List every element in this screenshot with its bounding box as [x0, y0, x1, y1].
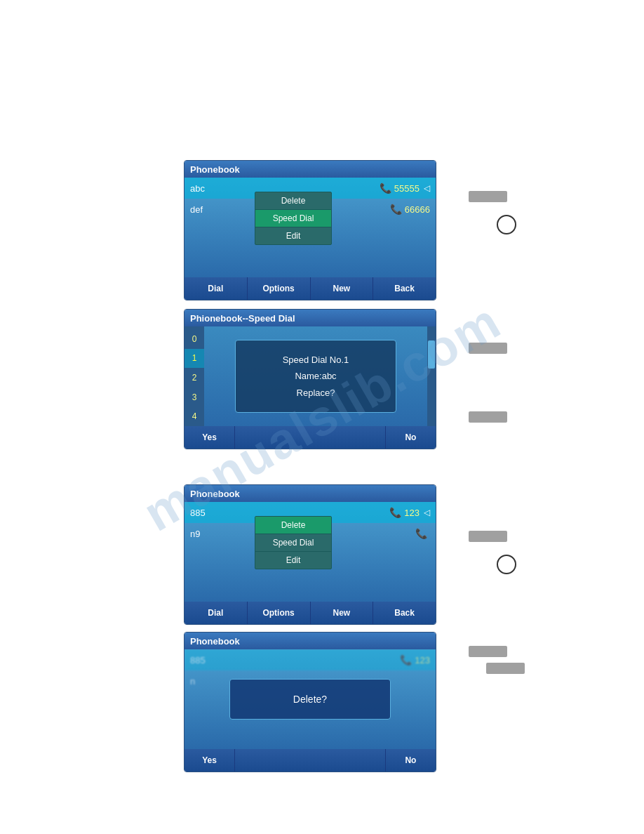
screen4-footer-yes[interactable]: Yes [185, 749, 235, 772]
speeddial-scrollbar-thumb [428, 340, 435, 369]
screen3-title: Phonebook [190, 489, 240, 499]
screen3-footer-new[interactable]: New [311, 602, 374, 624]
screen2-footer-no[interactable]: No [386, 426, 436, 449]
speeddial-line3: Replace? [250, 385, 382, 401]
side-bar-2 [469, 343, 507, 354]
screen3-footer-back[interactable]: Back [373, 602, 436, 624]
side-circle-1 [497, 215, 516, 234]
screen3-menu-edit[interactable]: Edit [255, 552, 331, 569]
speeddial-num-4[interactable]: 4 [185, 406, 204, 426]
screen4-phone-icon-1: 📞 [400, 654, 412, 666]
speeddial-line1: Speed Dial No.1 [250, 352, 382, 368]
screen3-title-bar: Phonebook [185, 485, 436, 502]
screen4-delete-confirm: Phonebook 885 📞 123 n Delete? Yes No [184, 632, 436, 772]
screen4-body: 885 📞 123 n Delete? [185, 649, 436, 749]
screen2-title-bar: Phionebook--Speed Dial [185, 310, 436, 326]
screen3-footer-dial[interactable]: Dial [185, 602, 248, 624]
screen1-contact-number-2: 66666 [405, 204, 430, 215]
screen4-delete-text: Delete? [293, 694, 327, 705]
screen4-contact-name-1: 885 [190, 655, 400, 666]
screen3-menu-speeddial[interactable]: Speed Dial [255, 534, 331, 552]
screen1-phonebook: Phonebook abc 📞 55555 ◁ def 📞 66666 Dele… [184, 160, 436, 300]
speeddial-scrollbar[interactable] [427, 326, 436, 426]
phone-icon-2: 📞 [390, 204, 402, 215]
screen4-contact-number-1: 123 [415, 655, 430, 666]
side-bar-4 [469, 531, 507, 542]
screen2-body: 0 1 2 3 4 Speed Dial No.1 Name:abc Repla… [185, 326, 436, 426]
speaker-icon-1: ◁ [424, 183, 430, 193]
screen1-footer: Dial Options New Back [185, 277, 436, 300]
speeddial-num-2[interactable]: 2 [185, 368, 204, 388]
screen1-menu-delete[interactable]: Delete [255, 192, 331, 210]
screen3-speaker-icon: ◁ [424, 508, 430, 517]
screen1-footer-back[interactable]: Back [373, 277, 436, 300]
screen1-title-bar: Phonebook [185, 161, 436, 178]
screen1-menu-edit[interactable]: Edit [255, 227, 331, 244]
screen3-context-menu: Delete Speed Dial Edit [255, 516, 332, 569]
speeddial-line2: Name:abc [250, 368, 382, 384]
side-bar-1 [469, 191, 507, 202]
screen2-footer: Yes No [185, 426, 436, 449]
side-bar-6 [486, 663, 525, 674]
speeddial-num-0[interactable]: 0 [185, 329, 204, 349]
speeddial-dialog: Speed Dial No.1 Name:abc Replace? [235, 340, 396, 413]
screen1-menu-speeddial[interactable]: Speed Dial [255, 210, 331, 227]
speeddial-list: 0 1 2 3 4 [185, 326, 204, 426]
screen1-body: abc 📞 55555 ◁ def 📞 66666 Delete Speed D… [185, 178, 436, 277]
screen3-contact-number-1: 123 [404, 508, 420, 518]
screen3-phonebook: Phonebook 885 📞 123 ◁ n9 📞 Delete Speed … [184, 484, 436, 625]
screen3-phone-icon-1: 📞 [389, 507, 401, 518]
screen1-footer-new[interactable]: New [311, 277, 374, 300]
screen4-contact-row-1: 885 📞 123 [185, 649, 436, 670]
screen4-title: Phonebook [190, 636, 240, 647]
screen1-title: Phonebook [190, 164, 240, 175]
screen1-context-menu: Delete Speed Dial Edit [255, 192, 332, 245]
speeddial-content: Speed Dial No.1 Name:abc Replace? [204, 326, 427, 426]
screen1-footer-options[interactable]: Options [248, 277, 311, 300]
screen2-speeddial: Phionebook--Speed Dial 0 1 2 3 4 Speed D… [184, 309, 436, 449]
screen3-menu-delete[interactable]: Delete [255, 517, 331, 534]
screen2-footer-spacer [235, 426, 386, 449]
side-circle-2 [497, 555, 516, 574]
screen4-delete-dialog: Delete? [229, 679, 391, 720]
screen2-footer-yes[interactable]: Yes [185, 426, 235, 449]
screen1-contact-number-1: 55555 [394, 183, 420, 194]
side-bar-5 [469, 646, 507, 657]
screen2-title: Phionebook--Speed Dial [190, 313, 295, 324]
screen4-footer-no[interactable]: No [386, 749, 436, 772]
phone-icon-1: 📞 [380, 183, 391, 194]
screen1-footer-dial[interactable]: Dial [185, 277, 248, 300]
screen4-title-bar: Phonebook [185, 633, 436, 649]
side-bar-3 [469, 411, 507, 423]
screen3-footer: Dial Options New Back [185, 602, 436, 624]
speeddial-num-3[interactable]: 3 [185, 388, 204, 407]
screen3-phone-icon-2: 📞 [415, 528, 427, 539]
screen4-footer-spacer [235, 749, 386, 772]
screen3-body: 885 📞 123 ◁ n9 📞 Delete Speed Dial Edit [185, 502, 436, 602]
speeddial-num-1[interactable]: 1 [185, 349, 204, 369]
screen3-footer-options[interactable]: Options [248, 602, 311, 624]
screen4-footer: Yes No [185, 749, 436, 772]
